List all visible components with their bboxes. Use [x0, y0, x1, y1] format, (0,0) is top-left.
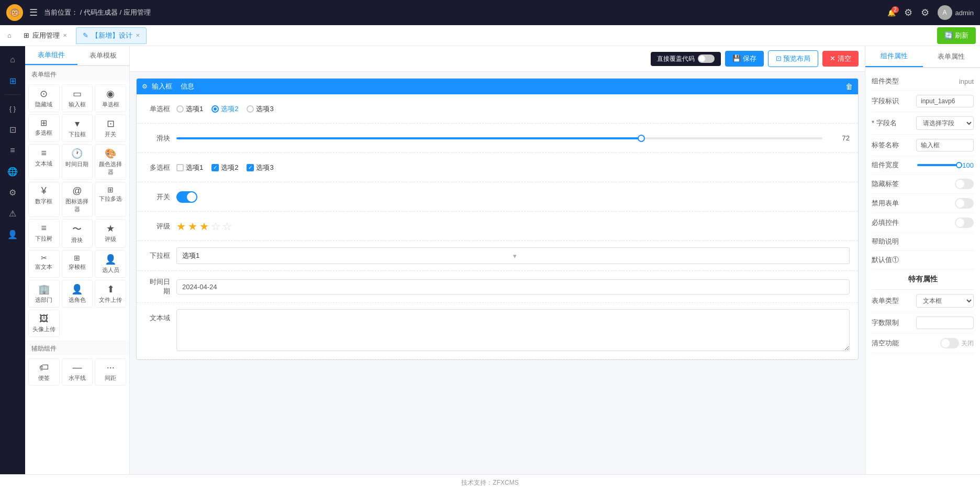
tab-new-design-close[interactable]: ✕: [136, 32, 140, 38]
comp-multiselect[interactable]: ⊞下拉多选: [95, 182, 126, 217]
disable-form-toggle[interactable]: [955, 198, 974, 209]
comp-checkbox[interactable]: ⊞多选框: [28, 114, 60, 142]
checkbox-box-3: ✓: [247, 164, 254, 171]
code-toggle[interactable]: 直接覆盖代码: [651, 52, 721, 66]
date-picker[interactable]: 2024-04-24: [176, 279, 850, 294]
tab-form-props[interactable]: 表单属性: [923, 46, 981, 67]
star-4[interactable]: ☆: [211, 220, 220, 233]
bell-icon[interactable]: 🔔 2: [887, 9, 896, 17]
required-toggle[interactable]: [955, 217, 974, 228]
tab-new-design[interactable]: ✎ 【新增】设计 ✕: [76, 27, 147, 44]
comp-tree[interactable]: ≡下拉树: [28, 219, 60, 248]
tab-new-design-label: 【新增】设计: [92, 31, 132, 40]
form-row-date[interactable]: 时间日期 2024-04-24: [137, 271, 858, 303]
save-button[interactable]: 💾 保存: [725, 51, 764, 67]
comp-fileupload[interactable]: ⬆文件上传: [95, 280, 126, 308]
tab-component-props[interactable]: 组件属性: [865, 46, 923, 67]
settings1-icon[interactable]: ⚙: [904, 7, 912, 18]
prop-help: 帮助说明: [872, 233, 974, 251]
user-menu[interactable]: A admin: [938, 5, 974, 20]
comp-number[interactable]: ¥数字框: [28, 182, 60, 217]
form-row-select[interactable]: 下拉框 选项1 ▾: [137, 241, 858, 271]
sidebar-puzzle-icon[interactable]: ⚙: [3, 183, 22, 202]
refresh-button[interactable]: 🔄 刷新: [937, 27, 976, 44]
comp-dept[interactable]: 🏢选部门: [28, 280, 60, 308]
sidebar-box-icon[interactable]: ⊡: [3, 120, 22, 139]
star-5[interactable]: ☆: [222, 220, 232, 233]
field-id-input[interactable]: [916, 95, 974, 107]
comp-transfer[interactable]: ⊞穿梭框: [62, 250, 93, 278]
char-limit-input[interactable]: [916, 317, 974, 329]
sidebar-list-icon[interactable]: ≡: [3, 141, 22, 160]
props-section: 组件类型 input 字段标识 * 字段名 请选择字段 标签名称 组件宽度: [865, 68, 980, 357]
comp-note[interactable]: 🏷便签: [28, 358, 60, 386]
menu-toggle[interactable]: ☰: [29, 7, 38, 18]
comp-switch[interactable]: ⊡开关: [95, 114, 126, 142]
number-icon: ¥: [41, 186, 47, 197]
slider-track[interactable]: [176, 137, 822, 139]
comp-select[interactable]: ▾下拉框: [62, 114, 93, 142]
comp-textarea[interactable]: ≡文本域: [28, 144, 60, 180]
date-content: 2024-04-24: [176, 279, 850, 294]
comp-richtext[interactable]: ✂富文本: [28, 250, 60, 278]
home-tab-icon[interactable]: ⌂: [4, 28, 15, 42]
switch-toggle[interactable]: [176, 191, 197, 203]
preview-button[interactable]: ⊡ 预览布局: [768, 50, 819, 67]
comp-input[interactable]: ▭输入框: [62, 84, 93, 112]
comp-avatar[interactable]: 🖼头像上传: [28, 310, 60, 337]
code-toggle-switch[interactable]: [698, 54, 715, 63]
sidebar-home-icon[interactable]: ⌂: [3, 50, 22, 69]
form-type-select[interactable]: 文本框: [916, 294, 974, 308]
clear-func-toggle[interactable]: [940, 338, 959, 348]
notification-badge: 2: [892, 6, 899, 13]
form-row-switch[interactable]: 开关: [137, 182, 858, 212]
checkbox-opt-3[interactable]: ✓ 选项3: [247, 163, 273, 172]
comp-spacing[interactable]: ···间距: [95, 358, 126, 386]
comp-hidden[interactable]: ⊙隐藏域: [28, 84, 60, 112]
star-2[interactable]: ★: [188, 220, 197, 233]
form-row-radio[interactable]: 单选框 选项1 选项2: [137, 94, 858, 124]
comp-divider[interactable]: —水平线: [62, 358, 93, 386]
comp-role[interactable]: 👤选角色: [62, 280, 93, 308]
top-icons: 🔔 2 ⚙ ⚙ A admin: [887, 5, 974, 20]
sidebar-code-icon[interactable]: { }: [3, 99, 22, 118]
sidebar-warning-icon[interactable]: ⚠: [3, 204, 22, 223]
rating-content: ★ ★ ★ ☆ ☆: [176, 220, 850, 233]
form-row-rating[interactable]: 评级 ★ ★ ★ ☆ ☆: [137, 212, 858, 241]
star-3[interactable]: ★: [199, 220, 209, 233]
row-toolbar-settings[interactable]: ⚙: [142, 83, 148, 90]
tab-app-management[interactable]: ⊞ 应用管理 ✕: [17, 27, 74, 44]
comp-slider[interactable]: 〜滑块: [62, 219, 93, 248]
field-name-select[interactable]: 请选择字段: [916, 116, 974, 130]
form-row-slider[interactable]: 滑块 72: [137, 124, 858, 153]
comp-icon-select[interactable]: @图标选择器: [62, 182, 93, 217]
settings2-icon[interactable]: ⚙: [921, 7, 929, 18]
comp-datetime[interactable]: 🕐时间日期: [62, 144, 93, 180]
radio-opt-3[interactable]: 选项3: [247, 104, 273, 114]
hide-label-toggle[interactable]: [955, 179, 974, 189]
sidebar-user-icon[interactable]: 👤: [3, 225, 22, 244]
clear-button[interactable]: ✕ 清空: [822, 51, 859, 67]
form-row-checkbox[interactable]: 多选框 选项1 ✓ 选项2 ✓: [137, 153, 858, 182]
tab-form-components[interactable]: 表单组件: [25, 46, 77, 65]
select-dropdown[interactable]: 选项1 ▾: [176, 247, 850, 264]
comp-radio[interactable]: ◉单选框: [95, 84, 126, 112]
checkbox-opt-1[interactable]: 选项1: [176, 163, 203, 172]
textarea-input[interactable]: [176, 309, 850, 351]
comp-colorpicker[interactable]: 🎨颜色选择器: [95, 144, 126, 180]
row-delete-button[interactable]: 🗑: [845, 82, 853, 91]
comp-rating[interactable]: ★评级: [95, 219, 126, 248]
tree-icon: ≡: [41, 223, 47, 234]
radio-opt-1[interactable]: 选项1: [176, 104, 203, 114]
label-name-input[interactable]: [916, 139, 974, 151]
star-1[interactable]: ★: [176, 220, 186, 233]
sidebar-globe-icon[interactable]: 🌐: [3, 162, 22, 181]
checkbox-opt-2[interactable]: ✓ 选项2: [211, 163, 238, 172]
comp-person[interactable]: 👤选人员: [95, 250, 126, 278]
tab-form-templates[interactable]: 表单模板: [77, 46, 130, 65]
form-row-textarea[interactable]: 文本域: [137, 303, 858, 359]
radio-opt-2[interactable]: 选项2: [211, 104, 238, 114]
form-row-input[interactable]: ⚙ 输入框 信息 🗑: [137, 79, 858, 94]
tab-app-close[interactable]: ✕: [63, 32, 67, 38]
sidebar-grid-icon[interactable]: ⊞: [3, 71, 22, 90]
